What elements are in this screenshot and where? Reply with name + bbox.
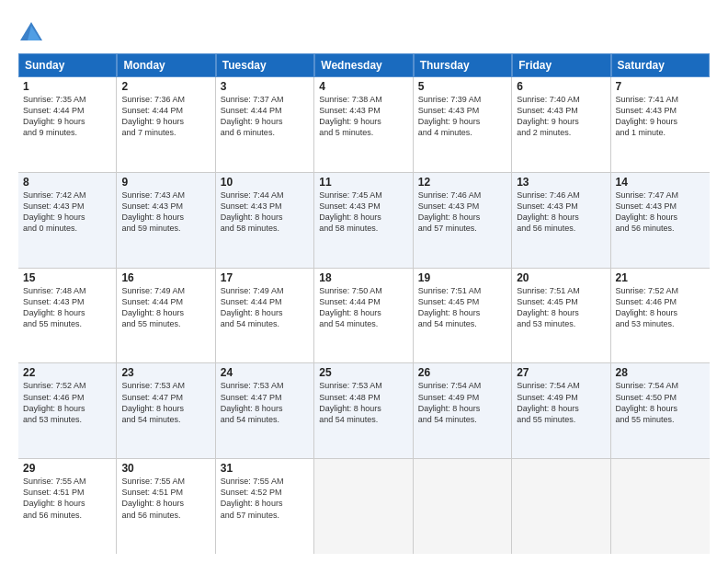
day-number: 10 [221,176,309,189]
day-number: 15 [23,271,111,284]
day-number: 9 [121,176,210,189]
header-day-friday: Friday [512,53,610,77]
day-cell-16: 16Sunrise: 7:49 AMSunset: 4:44 PMDayligh… [117,269,215,363]
day-cell-4: 4Sunrise: 7:38 AMSunset: 4:43 PMDaylight… [314,77,413,172]
day-info: Sunrise: 7:55 AMSunset: 4:51 PMDaylight:… [121,476,210,521]
day-info: Sunrise: 7:52 AMSunset: 4:46 PMDaylight:… [616,285,705,330]
day-number: 20 [517,271,605,284]
day-number: 24 [221,366,309,379]
day-cell-13: 13Sunrise: 7:46 AMSunset: 4:43 PMDayligh… [512,173,610,268]
day-cell-7: 7Sunrise: 7:41 AMSunset: 4:43 PMDaylight… [611,77,710,172]
calendar-row-1: 8Sunrise: 7:42 AMSunset: 4:43 PMDaylight… [18,173,710,269]
calendar-row-2: 15Sunrise: 7:48 AMSunset: 4:43 PMDayligh… [18,269,710,364]
day-info: Sunrise: 7:45 AMSunset: 4:43 PMDaylight:… [319,190,407,235]
day-cell-30: 30Sunrise: 7:55 AMSunset: 4:51 PMDayligh… [117,459,215,554]
day-number: 14 [616,176,705,189]
day-info: Sunrise: 7:50 AMSunset: 4:44 PMDaylight:… [319,285,407,330]
day-cell-19: 19Sunrise: 7:51 AMSunset: 4:45 PMDayligh… [414,269,512,363]
calendar: SundayMondayTuesdayWednesdayThursdayFrid… [18,53,710,554]
day-cell-2: 2Sunrise: 7:36 AMSunset: 4:44 PMDaylight… [117,77,215,172]
day-cell-25: 25Sunrise: 7:53 AMSunset: 4:48 PMDayligh… [314,363,413,458]
day-number: 16 [121,271,210,284]
empty-cell [414,459,512,554]
day-number: 26 [418,366,506,379]
day-info: Sunrise: 7:55 AMSunset: 4:52 PMDaylight:… [221,476,309,521]
empty-cell [512,459,610,554]
calendar-body: 1Sunrise: 7:35 AMSunset: 4:44 PMDaylight… [18,77,710,554]
day-number: 2 [121,80,210,93]
day-info: Sunrise: 7:37 AMSunset: 4:44 PMDaylight:… [221,94,309,139]
day-cell-27: 27Sunrise: 7:54 AMSunset: 4:49 PMDayligh… [512,363,610,458]
day-info: Sunrise: 7:53 AMSunset: 4:47 PMDaylight:… [221,380,309,425]
day-info: Sunrise: 7:51 AMSunset: 4:45 PMDaylight:… [418,285,506,330]
day-cell-1: 1Sunrise: 7:35 AMSunset: 4:44 PMDaylight… [18,77,117,172]
day-info: Sunrise: 7:38 AMSunset: 4:43 PMDaylight:… [319,94,407,139]
day-cell-24: 24Sunrise: 7:53 AMSunset: 4:47 PMDayligh… [216,363,314,458]
day-cell-11: 11Sunrise: 7:45 AMSunset: 4:43 PMDayligh… [314,173,413,268]
day-number: 25 [319,366,407,379]
page: SundayMondayTuesdayWednesdayThursdayFrid… [0,0,728,563]
day-info: Sunrise: 7:40 AMSunset: 4:43 PMDaylight:… [517,94,605,139]
day-cell-17: 17Sunrise: 7:49 AMSunset: 4:44 PMDayligh… [216,269,314,363]
logo-icon [18,20,44,46]
day-number: 12 [418,176,506,189]
day-cell-15: 15Sunrise: 7:48 AMSunset: 4:43 PMDayligh… [18,269,117,363]
day-info: Sunrise: 7:53 AMSunset: 4:47 PMDaylight:… [121,380,210,425]
day-number: 4 [319,80,407,93]
day-info: Sunrise: 7:46 AMSunset: 4:43 PMDaylight:… [517,190,605,235]
day-info: Sunrise: 7:53 AMSunset: 4:48 PMDaylight:… [319,380,407,425]
header-day-wednesday: Wednesday [314,53,413,77]
day-cell-3: 3Sunrise: 7:37 AMSunset: 4:44 PMDaylight… [216,77,314,172]
day-cell-8: 8Sunrise: 7:42 AMSunset: 4:43 PMDaylight… [18,173,117,268]
day-number: 31 [221,462,309,475]
day-number: 21 [616,271,705,284]
header-day-saturday: Saturday [611,53,710,77]
day-cell-29: 29Sunrise: 7:55 AMSunset: 4:51 PMDayligh… [18,459,117,554]
day-number: 11 [319,176,407,189]
day-info: Sunrise: 7:39 AMSunset: 4:43 PMDaylight:… [418,94,506,139]
header-day-thursday: Thursday [414,53,512,77]
day-cell-9: 9Sunrise: 7:43 AMSunset: 4:43 PMDaylight… [117,173,215,268]
day-info: Sunrise: 7:44 AMSunset: 4:43 PMDaylight:… [221,190,309,235]
day-cell-21: 21Sunrise: 7:52 AMSunset: 4:46 PMDayligh… [611,269,710,363]
day-cell-22: 22Sunrise: 7:52 AMSunset: 4:46 PMDayligh… [18,363,117,458]
day-number: 17 [221,271,309,284]
day-cell-20: 20Sunrise: 7:51 AMSunset: 4:45 PMDayligh… [512,269,610,363]
day-cell-5: 5Sunrise: 7:39 AMSunset: 4:43 PMDaylight… [414,77,512,172]
day-cell-10: 10Sunrise: 7:44 AMSunset: 4:43 PMDayligh… [216,173,314,268]
day-cell-14: 14Sunrise: 7:47 AMSunset: 4:43 PMDayligh… [611,173,710,268]
day-info: Sunrise: 7:46 AMSunset: 4:43 PMDaylight:… [418,190,506,235]
day-number: 30 [121,462,210,475]
logo [18,20,48,46]
day-cell-6: 6Sunrise: 7:40 AMSunset: 4:43 PMDaylight… [512,77,610,172]
day-info: Sunrise: 7:52 AMSunset: 4:46 PMDaylight:… [23,380,111,425]
calendar-row-3: 22Sunrise: 7:52 AMSunset: 4:46 PMDayligh… [18,363,710,459]
calendar-header: SundayMondayTuesdayWednesdayThursdayFrid… [18,53,710,77]
day-number: 27 [517,366,605,379]
day-number: 6 [517,80,605,93]
day-number: 19 [418,271,506,284]
day-cell-31: 31Sunrise: 7:55 AMSunset: 4:52 PMDayligh… [216,459,314,554]
day-info: Sunrise: 7:54 AMSunset: 4:49 PMDaylight:… [418,380,506,425]
day-number: 28 [616,366,705,379]
day-info: Sunrise: 7:43 AMSunset: 4:43 PMDaylight:… [121,190,210,235]
empty-cell [611,459,710,554]
header-day-tuesday: Tuesday [216,53,314,77]
day-info: Sunrise: 7:42 AMSunset: 4:43 PMDaylight:… [23,190,111,235]
day-number: 18 [319,271,407,284]
calendar-row-0: 1Sunrise: 7:35 AMSunset: 4:44 PMDaylight… [18,77,710,173]
day-number: 22 [23,366,111,379]
day-cell-26: 26Sunrise: 7:54 AMSunset: 4:49 PMDayligh… [414,363,512,458]
day-info: Sunrise: 7:51 AMSunset: 4:45 PMDaylight:… [517,285,605,330]
day-info: Sunrise: 7:54 AMSunset: 4:49 PMDaylight:… [517,380,605,425]
day-number: 8 [23,176,111,189]
day-cell-23: 23Sunrise: 7:53 AMSunset: 4:47 PMDayligh… [117,363,215,458]
day-info: Sunrise: 7:54 AMSunset: 4:50 PMDaylight:… [616,380,705,425]
day-cell-12: 12Sunrise: 7:46 AMSunset: 4:43 PMDayligh… [414,173,512,268]
day-info: Sunrise: 7:49 AMSunset: 4:44 PMDaylight:… [121,285,210,330]
day-number: 1 [23,80,111,93]
day-info: Sunrise: 7:41 AMSunset: 4:43 PMDaylight:… [616,94,705,139]
day-number: 23 [121,366,210,379]
day-number: 3 [221,80,309,93]
calendar-row-4: 29Sunrise: 7:55 AMSunset: 4:51 PMDayligh… [18,459,710,554]
